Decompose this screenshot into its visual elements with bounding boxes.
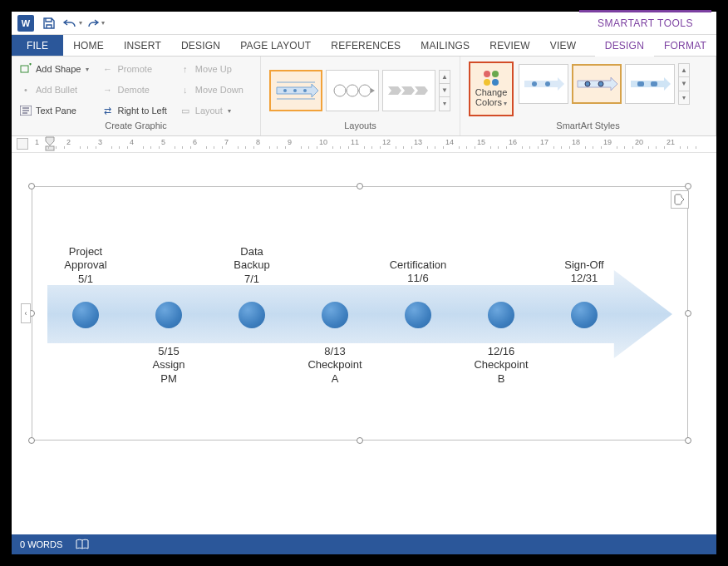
group-label: Create Graphic bbox=[17, 121, 255, 134]
app-icon[interactable]: W bbox=[15, 13, 37, 33]
save-button[interactable] bbox=[38, 13, 60, 33]
scroll-more-icon[interactable]: ▾ bbox=[679, 91, 689, 104]
move-down-button[interactable]: ↓Move Down bbox=[176, 81, 246, 99]
timeline-label[interactable]: Sign-Off12/31 bbox=[539, 258, 630, 286]
svg-marker-23 bbox=[578, 77, 617, 91]
resize-handle[interactable] bbox=[357, 437, 363, 444]
timeline-label[interactable]: 12/16CheckpointB bbox=[455, 345, 547, 386]
resize-handle[interactable] bbox=[357, 183, 363, 189]
layout-button[interactable]: ▭Layout▾ bbox=[176, 101, 246, 120]
right-to-left-button[interactable]: ⇄Right to Left bbox=[98, 101, 169, 120]
timeline-dot[interactable] bbox=[488, 302, 514, 328]
undo-button[interactable]: ▾ bbox=[61, 13, 83, 33]
tab-insert[interactable]: INSERT bbox=[114, 35, 171, 56]
scroll-up-icon[interactable]: ▲ bbox=[440, 71, 450, 84]
tab-selector[interactable] bbox=[17, 138, 28, 150]
tab-home[interactable]: HOME bbox=[63, 35, 114, 56]
scroll-up-icon[interactable]: ▲ bbox=[679, 64, 689, 77]
timeline-dot[interactable] bbox=[239, 302, 265, 328]
svg-point-25 bbox=[598, 81, 603, 86]
ruler-number: 6 bbox=[193, 138, 197, 146]
word-count[interactable]: 0 WORDS bbox=[20, 539, 62, 549]
document-area[interactable]: ‹ ProjectApproval5/15/15AssignPMDataBack… bbox=[12, 153, 716, 534]
move-up-button[interactable]: ↑Move Up bbox=[176, 60, 246, 78]
ruler-number: 17 bbox=[540, 138, 548, 146]
smartart-frame[interactable]: ‹ ProjectApproval5/15/15AssignPMDataBack… bbox=[32, 186, 688, 440]
layout-thumb-icon bbox=[386, 76, 431, 106]
tab-file[interactable]: FILE bbox=[12, 35, 63, 56]
svg-point-22 bbox=[545, 81, 550, 86]
promote-icon: ← bbox=[101, 62, 114, 76]
tab-page-layout[interactable]: PAGE LAYOUT bbox=[230, 35, 321, 56]
timeline-label[interactable]: ProjectApproval5/1 bbox=[40, 245, 131, 286]
layout-option-3[interactable] bbox=[382, 70, 435, 111]
contextual-tab-label: SMARTART TOOLS bbox=[589, 12, 701, 35]
tab-mailings[interactable]: MAILINGS bbox=[411, 35, 480, 56]
svg-rect-27 bbox=[637, 81, 644, 86]
style-option-1[interactable] bbox=[519, 64, 568, 104]
layouts-scroll[interactable]: ▲ ▼ ▾ bbox=[439, 70, 450, 111]
svg-point-9 bbox=[303, 89, 307, 92]
add-shape-button[interactable]: Add Shape▾ bbox=[17, 60, 91, 78]
change-colors-button[interactable]: ChangeColors▾ bbox=[469, 62, 514, 116]
timeline-dot[interactable] bbox=[155, 302, 182, 328]
resize-handle[interactable] bbox=[685, 310, 691, 317]
scroll-down-icon[interactable]: ▼ bbox=[679, 77, 689, 91]
layout-thumb-icon bbox=[330, 76, 375, 106]
tab-smartart-format[interactable]: FORMAT bbox=[654, 35, 716, 56]
svg-point-12 bbox=[347, 85, 358, 96]
tab-review[interactable]: REVIEW bbox=[480, 35, 540, 56]
tab-references[interactable]: REFERENCES bbox=[321, 35, 411, 56]
ruler-number: 2 bbox=[66, 138, 71, 146]
resize-handle[interactable] bbox=[685, 183, 691, 189]
resize-handle[interactable] bbox=[28, 183, 35, 189]
scroll-down-icon[interactable]: ▼ bbox=[440, 84, 450, 97]
style-thumb-icon bbox=[523, 76, 564, 92]
add-shape-icon bbox=[19, 62, 32, 76]
timeline-label[interactable]: 8/13CheckpointA bbox=[289, 345, 381, 386]
smartart-graphic[interactable]: ProjectApproval5/15/15AssignPMDataBackup… bbox=[47, 202, 672, 425]
promote-button[interactable]: ←Promote bbox=[98, 60, 169, 78]
spellcheck-button[interactable] bbox=[76, 539, 89, 550]
timeline-label[interactable]: 5/15AssignPM bbox=[123, 345, 214, 386]
ruler-number: 13 bbox=[414, 138, 422, 146]
horizontal-ruler[interactable]: 123456789101112131415161718192021 bbox=[12, 136, 716, 153]
layout-options-button[interactable] bbox=[671, 190, 689, 209]
ruler-number: 20 bbox=[635, 138, 643, 146]
tab-view[interactable]: VIEW bbox=[540, 35, 586, 56]
timeline-dot[interactable] bbox=[571, 302, 598, 328]
redo-button[interactable]: ▾ bbox=[85, 13, 106, 33]
timeline-label[interactable]: Certification11/6 bbox=[372, 258, 464, 286]
move-up-icon: ↑ bbox=[179, 62, 192, 76]
tab-design[interactable]: DESIGN bbox=[171, 35, 230, 56]
style-option-3[interactable] bbox=[625, 64, 675, 104]
styles-scroll[interactable]: ▲ ▼ ▾ bbox=[678, 63, 690, 105]
ruler-number: 7 bbox=[224, 138, 229, 146]
textpane-toggle[interactable]: ‹ bbox=[21, 303, 31, 323]
timeline-label[interactable]: DataBackup7/1 bbox=[206, 245, 298, 286]
timeline-dot[interactable] bbox=[72, 302, 99, 328]
group-create-graphic: Add Shape▾ • Add Bullet Text Pane ←Promo… bbox=[12, 57, 261, 135]
title-bar: W ▾ ▾ SMARTART TOOLS bbox=[12, 12, 716, 35]
group-label: SmartArt Styles bbox=[465, 121, 711, 134]
undo-icon bbox=[62, 17, 77, 29]
layout-option-1[interactable] bbox=[269, 70, 322, 111]
text-pane-button[interactable]: Text Pane bbox=[17, 101, 91, 120]
book-icon bbox=[76, 539, 89, 550]
style-option-2[interactable] bbox=[572, 64, 622, 104]
timeline-dot[interactable] bbox=[405, 302, 431, 328]
svg-marker-19 bbox=[415, 86, 428, 95]
layout-option-2[interactable] bbox=[326, 70, 379, 111]
style-thumb-icon bbox=[576, 76, 617, 92]
resize-handle[interactable] bbox=[28, 437, 35, 444]
timeline-dot[interactable] bbox=[322, 302, 348, 328]
svg-point-21 bbox=[532, 81, 537, 86]
scroll-more-icon[interactable]: ▾ bbox=[440, 97, 450, 110]
ruler-number: 19 bbox=[603, 138, 612, 146]
resize-handle[interactable] bbox=[685, 437, 691, 444]
svg-marker-18 bbox=[401, 86, 415, 95]
demote-button[interactable]: →Demote bbox=[98, 81, 169, 99]
tab-smartart-design[interactable]: DESIGN bbox=[595, 36, 654, 57]
add-bullet-button[interactable]: • Add Bullet bbox=[17, 81, 91, 99]
group-smartart-styles: ChangeColors▾ ▲ ▼ ▾ bbox=[460, 57, 716, 135]
